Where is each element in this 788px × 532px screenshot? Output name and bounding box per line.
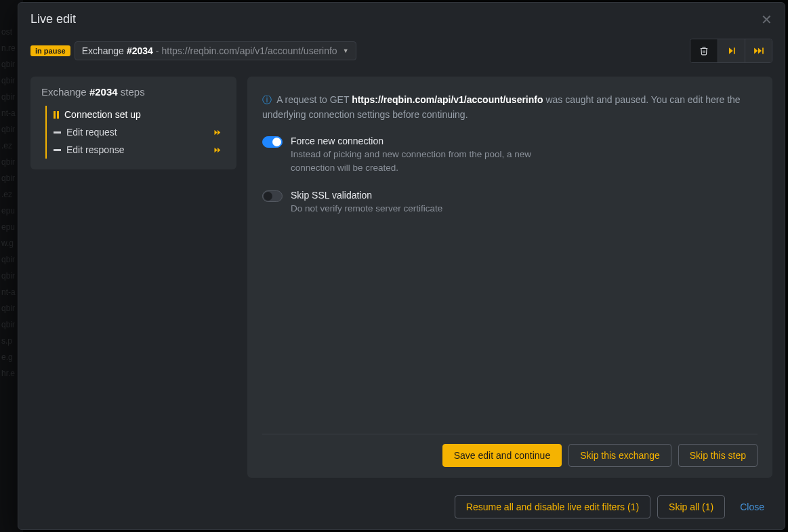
step-list: Connection set up Edit request [45, 106, 226, 159]
force-new-connection-toggle[interactable] [262, 136, 283, 148]
option-force-new-connection: Force new connection Instead of picking … [262, 136, 758, 174]
step-edit-request[interactable]: Edit request [47, 123, 226, 141]
modal-header: Live edit ✕ [18, 3, 785, 36]
modal-footer: Resume all and disable live edit filters… [18, 486, 785, 529]
skip-all-button[interactable] [745, 39, 772, 62]
steps-panel: Exchange #2034 steps Connection set up [30, 77, 236, 169]
delete-button[interactable] [690, 39, 718, 62]
dash-icon [54, 131, 61, 134]
svg-marker-0 [728, 47, 732, 54]
svg-rect-4 [762, 47, 764, 54]
settings-panel: ⓘ A request to GET https://reqbin.com/ap… [247, 77, 772, 478]
pause-icon [54, 111, 59, 119]
skip-ssl-toggle[interactable] [262, 190, 283, 202]
steps-title: Exchange #2034 steps [41, 86, 226, 98]
fast-forward-icon[interactable] [213, 146, 223, 154]
toolbar-button-group [690, 39, 772, 63]
svg-marker-5 [215, 129, 217, 134]
skip-all-footer-button[interactable]: Skip all (1) [657, 495, 725, 518]
skip-this-step-button[interactable]: Skip this step [678, 444, 758, 467]
trash-icon [699, 46, 709, 56]
step-label: Connection set up [64, 109, 141, 120]
exchange-url: https://reqbin.com/api/v1/account/userin… [162, 45, 337, 56]
exchange-label: Exchange [82, 45, 124, 56]
skip-this-exchange-button[interactable]: Skip this exchange [568, 444, 671, 467]
svg-marker-6 [217, 129, 220, 134]
chevron-down-icon: ▼ [343, 47, 349, 54]
resume-all-button[interactable]: Resume all and disable live edit filters… [455, 495, 650, 518]
skip-all-icon [753, 46, 764, 56]
option-title: Force new connection [291, 136, 535, 146]
modal-body: in pause Exchange #2034 - https://reqbin… [18, 36, 785, 486]
step-edit-response[interactable]: Edit response [47, 141, 226, 159]
live-edit-modal: Live edit ✕ in pause Exchange #2034 - ht… [18, 2, 785, 530]
step-label: Edit response [66, 144, 125, 155]
fast-forward-icon[interactable] [213, 129, 223, 136]
option-desc: Instead of picking and new connection fr… [291, 148, 535, 174]
option-title: Skip SSL validation [291, 190, 442, 201]
close-icon[interactable]: ✕ [761, 13, 772, 26]
svg-rect-1 [733, 47, 734, 54]
svg-marker-8 [217, 147, 220, 152]
exchange-toolbar: in pause Exchange #2034 - https://reqbin… [30, 39, 772, 63]
save-edit-continue-button[interactable]: Save edit and continue [442, 444, 562, 467]
option-skip-ssl-validation: Skip SSL validation Do not verify remote… [262, 190, 758, 216]
info-icon: ⓘ [262, 94, 272, 105]
info-url: https://reqbin.com/api/v1/account/userin… [352, 94, 543, 105]
exchange-number: #2034 [127, 45, 153, 56]
svg-marker-7 [215, 147, 217, 152]
info-message: ⓘ A request to GET https://reqbin.com/ap… [262, 93, 758, 122]
skip-next-icon [727, 46, 737, 56]
option-desc: Do not verify remote server certificate [291, 202, 442, 216]
pause-badge: in pause [30, 45, 70, 56]
close-button[interactable]: Close [732, 495, 772, 518]
modal-title: Live edit [30, 12, 76, 26]
exchange-dropdown[interactable]: Exchange #2034 - https://reqbin.com/api/… [75, 41, 356, 60]
step-connection-setup[interactable]: Connection set up [47, 106, 226, 123]
svg-marker-2 [754, 47, 758, 54]
step-label: Edit request [66, 127, 117, 138]
exchange-dash: - [156, 45, 159, 56]
dash-icon [54, 149, 61, 151]
panel-footer: Save edit and continue Skip this exchang… [262, 434, 758, 467]
skip-next-button[interactable] [718, 39, 745, 62]
svg-marker-3 [758, 47, 761, 54]
